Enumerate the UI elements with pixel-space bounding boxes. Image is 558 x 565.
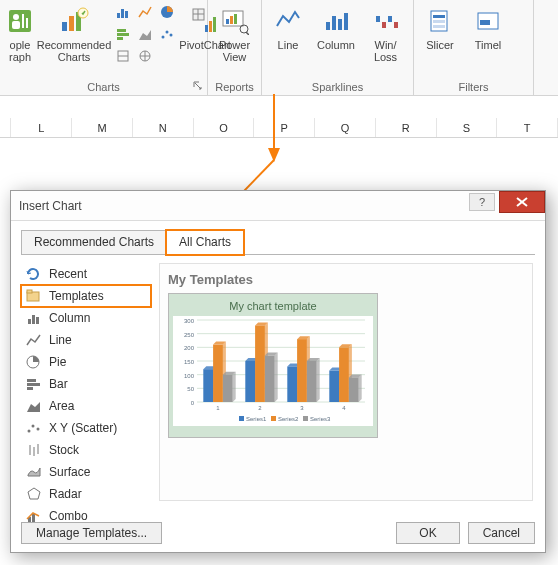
svg-rect-41 [376, 16, 380, 22]
mini-scatter-icon[interactable] [157, 24, 177, 44]
insert-chart-dialog: Insert Chart ? Recommended Charts All Ch… [10, 190, 546, 553]
sparkline-winloss-button[interactable]: Win/ Loss [361, 2, 410, 68]
manage-templates-button[interactable]: Manage Templates... [21, 522, 162, 544]
close-icon [516, 197, 528, 207]
category-templates[interactable]: Templates [21, 285, 151, 307]
col-L[interactable]: L [11, 118, 72, 137]
svg-rect-33 [230, 16, 233, 24]
cancel-button[interactable]: Cancel [468, 522, 535, 544]
power-view-button[interactable]: Power View [211, 2, 258, 68]
col-R[interactable]: R [376, 118, 437, 137]
category-label: Area [49, 399, 74, 413]
col-N[interactable]: N [133, 118, 194, 137]
svg-point-64 [28, 430, 31, 433]
svg-rect-109 [287, 366, 297, 402]
radar-icon [25, 486, 43, 502]
col-M[interactable]: M [72, 118, 133, 137]
bar-icon [25, 376, 43, 392]
category-line[interactable]: Line [21, 329, 151, 351]
svg-rect-125 [349, 377, 359, 402]
svg-rect-39 [338, 19, 342, 30]
category-surface[interactable]: Surface [21, 461, 151, 483]
templates-pane-title: My Templates [168, 272, 524, 287]
svg-marker-94 [233, 372, 236, 402]
tab-recommended-charts[interactable]: Recommended Charts [21, 230, 167, 255]
svg-rect-89 [203, 369, 213, 402]
people-graph-label: ople raph [7, 39, 33, 63]
power-view-label: Power View [215, 39, 254, 63]
charts-dialog-launcher-icon[interactable] [191, 79, 205, 93]
ribbon-group-reports: Power View Reports [208, 0, 262, 95]
timeline-button[interactable]: Timel [465, 2, 511, 68]
templates-pane: My Templates My chart template 050100150… [159, 263, 533, 501]
svg-rect-122 [339, 347, 349, 402]
category-scatter[interactable]: X Y (Scatter) [21, 417, 151, 439]
col-S[interactable]: S [437, 118, 498, 137]
category-column[interactable]: Column [21, 307, 151, 329]
svg-rect-62 [27, 387, 33, 390]
sparkline-line-button[interactable]: Line [265, 2, 311, 68]
svg-marker-63 [27, 402, 40, 412]
svg-text:1: 1 [216, 405, 220, 411]
svg-rect-92 [213, 345, 223, 402]
svg-text:Series1: Series1 [246, 416, 267, 422]
svg-text:200: 200 [184, 345, 195, 351]
mini-line-icon[interactable] [135, 2, 155, 22]
svg-text:150: 150 [184, 359, 195, 365]
recommended-charts-button[interactable]: Recommended Charts [39, 2, 109, 68]
svg-marker-114 [317, 358, 320, 402]
col-Q[interactable]: Q [315, 118, 376, 137]
svg-rect-37 [326, 22, 330, 30]
svg-point-18 [166, 31, 169, 34]
svg-text:Series2: Series2 [278, 416, 299, 422]
slicer-label: Slicer [426, 39, 454, 51]
close-button[interactable] [499, 191, 545, 213]
svg-text:100: 100 [184, 373, 195, 379]
category-pie[interactable]: Pie [21, 351, 151, 373]
svg-rect-14 [117, 33, 129, 36]
svg-text:4: 4 [342, 405, 346, 411]
dialog-body: Recent Templates Column Line Pie Bar [11, 255, 545, 501]
category-recent[interactable]: Recent [21, 263, 151, 285]
chart-type-mini-grid [113, 2, 177, 66]
sparkline-column-button[interactable]: Column [313, 2, 359, 68]
mini-other2-icon[interactable] [135, 46, 155, 66]
timeline-label: Timel [475, 39, 501, 51]
svg-text:300: 300 [184, 318, 195, 324]
sparkline-line-icon [272, 5, 304, 37]
svg-rect-4 [26, 18, 28, 28]
svg-rect-32 [226, 19, 229, 24]
svg-rect-9 [117, 13, 120, 18]
group-label-charts: Charts [3, 81, 204, 94]
ok-button[interactable]: OK [396, 522, 459, 544]
mini-area-icon[interactable] [135, 24, 155, 44]
svg-rect-6 [69, 16, 74, 31]
col-O[interactable]: O [194, 118, 255, 137]
timeline-icon [472, 5, 504, 37]
category-label: Bar [49, 377, 68, 391]
tab-all-charts[interactable]: All Charts [166, 230, 244, 255]
help-button[interactable]: ? [469, 193, 495, 211]
col-T[interactable]: T [497, 118, 558, 137]
svg-marker-16 [139, 30, 151, 40]
dialog-titlebar[interactable]: Insert Chart ? [11, 191, 545, 221]
category-stock[interactable]: Stock [21, 439, 151, 461]
svg-marker-104 [275, 353, 278, 402]
svg-rect-56 [28, 319, 31, 324]
recent-icon [25, 266, 43, 282]
mini-bar-icon[interactable] [113, 2, 133, 22]
mini-hbar-icon[interactable] [113, 24, 133, 44]
mini-other1-icon[interactable] [113, 46, 133, 66]
sparkline-winloss-icon [370, 5, 402, 37]
template-thumbnail[interactable]: My chart template 0501001502002503001234… [168, 293, 378, 438]
category-label: Pie [49, 355, 66, 369]
category-radar[interactable]: Radar [21, 483, 151, 505]
col-P[interactable]: P [254, 118, 315, 137]
category-area[interactable]: Area [21, 395, 151, 417]
mini-pie-icon[interactable] [157, 2, 177, 22]
people-graph-button[interactable]: ople raph [3, 2, 37, 68]
svg-rect-48 [433, 25, 445, 28]
category-bar[interactable]: Bar [21, 373, 151, 395]
slicer-button[interactable]: Slicer [417, 2, 463, 68]
svg-rect-15 [117, 37, 123, 40]
